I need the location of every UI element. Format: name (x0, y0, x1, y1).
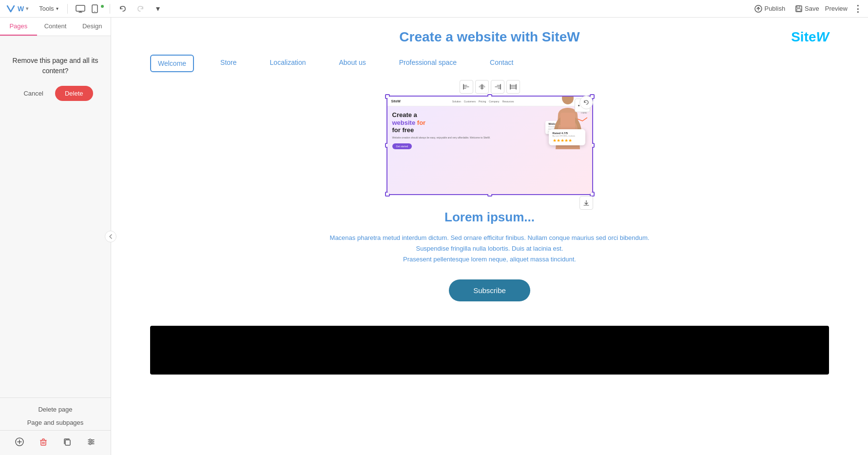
delete-dialog-message: Remove this page and all its content? (10, 56, 101, 76)
tools-menu[interactable]: Tools ▾ (36, 3, 61, 14)
image-bottom-tools (579, 196, 593, 210)
page-subpages-item[interactable]: Page and subpages (0, 417, 111, 428)
nav-item-localization[interactable]: Localization (263, 55, 313, 72)
mockup-logo: SiteW (391, 99, 401, 103)
more-options-button[interactable]: ⋮ (853, 3, 862, 14)
app-logo[interactable]: W ▾ (6, 4, 28, 14)
tools-chevron: ▾ (56, 6, 58, 11)
save-label: Save (805, 5, 819, 12)
nav-item-store[interactable]: Store (213, 55, 243, 72)
mockup-headline-2: website (392, 119, 416, 126)
align-left-button[interactable] (460, 80, 473, 94)
mockup-body: Create a website for for free Website cr… (387, 106, 592, 154)
mockup-headline-3: for (417, 119, 425, 126)
lorem-text-1: Macenas pharetra metud interdum dictum. … (330, 234, 650, 241)
mockup-headline-4: for free (392, 126, 414, 134)
separator-2 (110, 4, 110, 14)
mockup-headline: Create a website for for free (392, 111, 514, 134)
mockup-nav-solution: Solution (452, 100, 461, 103)
svg-rect-0 (76, 5, 85, 11)
lorem-text: Macenas pharetra metud interdum dictum. … (319, 233, 660, 265)
site-header: Create a website with SiteW SiteW (111, 18, 868, 45)
reset-button[interactable] (579, 96, 593, 109)
mockup-nav: Solution Customers Pricing Company Resou… (452, 100, 514, 103)
delete-page-item[interactable]: Delete page (0, 404, 111, 415)
content-section: Lorem ipsum... Macenas pharetra metud in… (111, 195, 868, 316)
image-editor-wrapper[interactable]: SiteW Solution Customers Pricing Company… (386, 96, 593, 195)
separator-1 (67, 4, 68, 14)
svg-rect-6 (797, 9, 801, 11)
save-button[interactable]: Save (795, 5, 819, 13)
mockup-rating-card: Rated 4.7/5 By over 270 000+ reviews ★★★… (549, 129, 585, 145)
tab-content[interactable]: Content (37, 18, 74, 36)
lorem-title: Lorem ipsum... (150, 210, 829, 225)
sidebar-bottom: Delete page Page and subpages (0, 397, 111, 455)
nav-item-about[interactable]: About us (332, 55, 373, 72)
svg-rect-8 (65, 440, 70, 445)
desktop-icon[interactable] (74, 2, 87, 16)
publish-button[interactable]: Publish (751, 3, 789, 15)
duplicate-page-button[interactable] (60, 435, 75, 449)
canvas-area: Create a website with SiteW SiteW Welcom… (111, 18, 868, 455)
nav-item-professional[interactable]: Professional space (392, 55, 463, 72)
logo-site: Site (791, 29, 816, 44)
preview-label: Preview (825, 5, 848, 12)
delete-button[interactable]: Delete (55, 86, 93, 101)
svg-point-13 (91, 441, 93, 443)
mockup-headline-1: Create a (392, 111, 417, 119)
logo-text: W (18, 5, 24, 13)
black-footer-section (150, 326, 829, 375)
redo-button[interactable] (134, 2, 147, 16)
sidebar-tabs: Pages Content Design (0, 18, 111, 36)
mockup-nav-customers: Customers (464, 100, 476, 103)
svg-point-12 (89, 439, 91, 441)
mobile-active-indicator (101, 5, 104, 8)
canvas-page: Create a website with SiteW SiteW Welcom… (111, 18, 868, 455)
sidebar-collapse-toggle[interactable] (105, 231, 116, 242)
more-history-button[interactable]: ▾ (151, 2, 165, 16)
mockup-nav-pricing: Pricing (479, 100, 486, 103)
site-title: Create a website with SiteW (376, 29, 602, 45)
more-icon: ⋮ (853, 3, 862, 14)
nav-item-contact[interactable]: Contact (483, 55, 520, 72)
preview-button[interactable]: Preview (825, 5, 848, 12)
tools-label: Tools (39, 5, 54, 12)
nav-item-welcome[interactable]: Welcome (150, 55, 194, 72)
toolbar-right: Publish Save Preview ⋮ (751, 3, 862, 15)
site-logo: SiteW (791, 29, 829, 45)
lorem-text-2: Suspendise fringilla nulla lobortis. Dui… (416, 245, 563, 252)
sidebar: Pages Content Design Remove this page an… (0, 18, 111, 455)
mockup-stars: ★★★★★ (553, 138, 581, 143)
mobile-icon[interactable] (88, 2, 102, 16)
mockup-right: Traffic Welcome ! Discover our experienc… (519, 111, 587, 149)
svg-point-2 (95, 11, 96, 12)
mockup-nav-company: Company (489, 100, 499, 103)
main-layout: Pages Content Design Remove this page an… (0, 18, 868, 455)
undo-button[interactable] (116, 2, 130, 16)
logo-chevron[interactable]: ▾ (26, 6, 28, 11)
align-full-button[interactable] (506, 80, 520, 94)
sidebar-bottom-icons (0, 430, 111, 449)
settings-button[interactable] (84, 435, 98, 449)
image-move-down-button[interactable] (579, 196, 593, 210)
image-selection: SiteW Solution Customers Pricing Company… (386, 96, 593, 195)
svg-point-14 (89, 443, 91, 445)
mockup-rating-sub: By over 270 000+ reviews (553, 135, 581, 137)
top-toolbar: W ▾ Tools ▾ ▾ Publish Save (0, 0, 868, 18)
delete-page-button[interactable] (36, 435, 51, 449)
logo-w: W (816, 29, 829, 44)
add-page-button[interactable] (12, 435, 27, 449)
mockup-get-started: Get started (392, 143, 412, 149)
mockup-screenshot: SiteW Solution Customers Pricing Company… (387, 97, 592, 194)
tab-design[interactable]: Design (74, 18, 111, 36)
alignment-toolbar (460, 80, 520, 94)
lorem-text-3: Prasesent pellentesque lorem neque, aliq… (403, 256, 576, 263)
align-center-button[interactable] (475, 80, 489, 94)
cancel-button[interactable]: Cancel (18, 87, 49, 100)
subscribe-button[interactable]: Subscribe (449, 279, 530, 301)
dialog-buttons: Cancel Delete (18, 86, 93, 101)
tab-pages[interactable]: Pages (0, 18, 37, 36)
align-right-button[interactable] (491, 80, 504, 94)
mockup-nav-resources: Resources (502, 100, 514, 103)
mockup-text: Create a website for for free Website cr… (392, 111, 519, 149)
